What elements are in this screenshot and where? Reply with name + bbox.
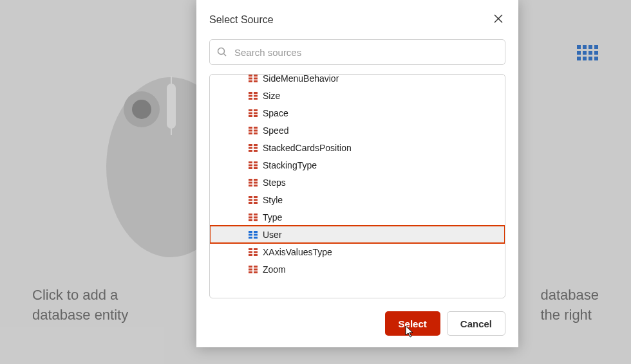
entity-icon [249,75,258,82]
svg-rect-77 [249,268,252,270]
svg-point-7 [218,48,225,55]
list-item-label: Style [263,195,283,205]
entity-icon [249,248,258,256]
svg-rect-15 [249,92,252,94]
svg-rect-63 [249,231,252,233]
list-item[interactable]: SideMenuBehavior [210,75,505,87]
close-icon [494,14,503,23]
svg-rect-39 [249,161,252,163]
entity-icon [249,231,258,239]
svg-rect-30 [254,129,258,131]
svg-rect-29 [249,129,252,131]
entity-icon [249,196,258,204]
svg-rect-25 [249,115,252,117]
svg-rect-24 [254,112,258,114]
list-item-label: Steps [263,177,286,188]
svg-rect-33 [249,144,252,146]
source-list-container: SideMenuBehaviorSizeSpaceSpeedStackedCar… [209,74,505,298]
svg-rect-72 [254,251,258,253]
svg-rect-74 [254,254,258,256]
list-item[interactable]: Zoom [210,260,505,278]
svg-rect-54 [254,199,258,201]
list-item-label: StackedCardsPosition [263,143,352,153]
modal-title: Select Source [209,14,274,26]
svg-rect-80 [254,271,258,273]
close-button[interactable] [491,10,505,29]
svg-rect-79 [249,271,252,273]
select-button[interactable]: Select [385,311,440,336]
svg-rect-31 [249,132,252,134]
list-item[interactable]: StackingType [210,156,505,174]
svg-rect-56 [254,202,258,204]
svg-rect-46 [254,179,258,181]
svg-rect-67 [249,237,252,239]
svg-rect-9 [249,75,252,77]
svg-rect-22 [254,109,258,111]
modal-footer: Select Cancel [209,311,505,336]
svg-rect-37 [249,150,252,152]
list-item[interactable]: XAxisValuesType [210,243,505,260]
svg-rect-73 [249,254,252,256]
entity-icon [249,127,258,134]
svg-rect-34 [254,144,258,146]
svg-rect-76 [254,266,258,268]
svg-rect-71 [249,251,252,253]
list-item[interactable]: Style [210,191,505,208]
svg-rect-48 [254,181,258,183]
svg-rect-40 [254,161,258,163]
list-item-label: Space [263,108,288,118]
entity-icon [249,109,258,117]
svg-rect-62 [254,219,258,221]
svg-rect-78 [254,268,258,270]
search-wrap [209,39,505,65]
list-item[interactable]: Speed [210,122,505,139]
search-icon [217,47,227,57]
svg-rect-49 [249,185,252,187]
svg-rect-16 [254,92,258,94]
svg-rect-66 [254,233,258,235]
svg-rect-58 [254,214,258,215]
search-input[interactable] [209,39,505,65]
svg-rect-45 [249,179,252,181]
svg-rect-21 [249,109,252,111]
svg-rect-60 [254,216,258,218]
list-item-label: StackingType [263,160,317,170]
list-item-label: User [263,230,282,240]
svg-rect-59 [249,216,252,218]
list-item[interactable]: Space [210,104,505,122]
entity-icon [249,161,258,169]
svg-rect-17 [249,95,252,96]
list-item[interactable]: Steps [210,174,505,191]
svg-rect-13 [249,80,252,82]
svg-rect-42 [254,164,258,166]
modal-header: Select Source [209,10,505,29]
entity-icon [249,214,258,221]
svg-rect-64 [254,231,258,233]
list-item[interactable]: Type [210,208,505,226]
list-item-label: Zoom [263,264,286,275]
list-item[interactable]: User [210,226,505,243]
entity-icon [249,179,258,187]
svg-rect-27 [249,127,252,129]
entity-icon [249,144,258,152]
svg-rect-65 [249,233,252,235]
svg-rect-52 [254,196,258,198]
list-item-label: SideMenuBehavior [263,75,339,84]
svg-rect-26 [254,115,258,117]
svg-rect-55 [249,202,252,204]
list-item-label: XAxisValuesType [263,247,332,257]
select-source-modal: Select Source SideMenuBehaviorSizeSpaceS… [196,0,518,347]
entity-icon [249,266,258,273]
svg-rect-38 [254,150,258,152]
list-item[interactable]: StackedCardsPosition [210,139,505,156]
svg-rect-35 [249,147,252,149]
svg-rect-32 [254,132,258,134]
cancel-button[interactable]: Cancel [447,311,505,336]
list-item[interactable]: Size [210,87,505,104]
svg-rect-11 [249,77,252,79]
source-list[interactable]: SideMenuBehaviorSizeSpaceSpeedStackedCar… [210,75,505,298]
svg-rect-14 [254,80,258,82]
svg-rect-75 [249,266,252,268]
entity-icon [249,92,258,100]
svg-rect-18 [254,95,258,96]
